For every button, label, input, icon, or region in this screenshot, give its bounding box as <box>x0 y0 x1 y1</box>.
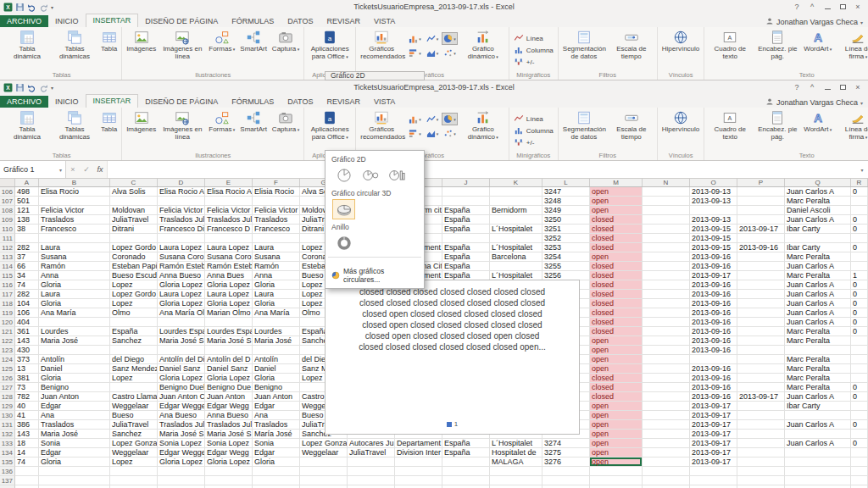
cell-B124[interactable]: Antolín <box>39 355 110 364</box>
row-header-135[interactable]: 135 <box>0 458 15 467</box>
cell-N115[interactable] <box>643 271 690 280</box>
cell-R133[interactable]: 0 <box>851 439 868 448</box>
cell-O122[interactable]: 2013-09-16 <box>690 336 737 346</box>
cell-N137[interactable] <box>643 476 690 485</box>
ribbon-button-spark-line[interactable]: Línea <box>511 33 546 43</box>
cell-E130[interactable]: Anna Bueso <box>205 411 253 420</box>
cell-E115[interactable]: Anna Bues <box>205 271 253 280</box>
cell-F113[interactable]: Susana <box>253 252 300 262</box>
column-header-E[interactable]: E <box>205 179 253 186</box>
ribbon-button-pivot-table[interactable]: Tabla dinámica <box>3 29 51 61</box>
cell-J107[interactable] <box>442 197 490 206</box>
close-icon[interactable]: × <box>851 82 865 92</box>
cell-F112[interactable]: Laura <box>253 243 300 252</box>
cell-Q109[interactable]: Juan Carlos A <box>785 215 851 225</box>
cell-D115[interactable]: Anna Bueso <box>158 271 205 280</box>
cell-B109[interactable]: Traslados <box>39 215 110 225</box>
ribbon-button-pivot-chart[interactable]: Gráfico dinámico ▾ <box>459 29 507 61</box>
cell-B134[interactable]: Edgar <box>39 448 110 458</box>
cell-B111[interactable] <box>39 234 110 243</box>
cell-A113[interactable]: 37 <box>15 252 39 262</box>
cell-F133[interactable]: Sonia <box>253 439 300 448</box>
cell-D114[interactable]: Ramón Esteb <box>158 262 205 271</box>
cell-O130[interactable]: 2013-09-17 <box>690 411 737 420</box>
cell-O127[interactable]: 2013-09-16 <box>690 383 737 392</box>
ribbon-button-spark-winloss[interactable]: +/- <box>511 137 537 147</box>
row-header-111[interactable]: 111 <box>0 234 15 243</box>
cell-P130[interactable] <box>737 411 785 420</box>
cell-Q112[interactable]: Ibar Carty <box>785 243 851 252</box>
cell-Q106[interactable]: Juan Carlos A <box>785 187 851 197</box>
ribbon-button-pivot-table[interactable]: Tabla dinámica <box>3 109 51 141</box>
cell-R116[interactable]: 0 <box>851 280 868 290</box>
cell-C135[interactable]: Lopez <box>110 458 158 467</box>
cell-R131[interactable]: 0 <box>851 420 868 430</box>
cell-E111[interactable] <box>205 234 253 243</box>
cell-B107[interactable] <box>39 197 110 206</box>
cell-O132[interactable]: 2013-09-17 <box>690 430 737 439</box>
cell-C119[interactable]: Olmo <box>110 308 158 318</box>
cell-L111[interactable]: 3252 <box>542 234 590 243</box>
cell-N133[interactable] <box>643 439 690 448</box>
ribbon-button-table[interactable]: Tabla <box>98 29 120 54</box>
cell-G136[interactable] <box>300 467 348 476</box>
cell-C130[interactable]: Bueso <box>110 411 158 420</box>
cell-Q124[interactable]: Marc Peralta <box>785 355 851 364</box>
cell-A112[interactable]: 282 <box>15 243 39 252</box>
cancel-formula-icon[interactable]: × <box>66 161 80 178</box>
cell-N136[interactable] <box>643 467 690 476</box>
formula-input[interactable] <box>107 161 856 178</box>
ribbon-button-spark-column[interactable]: Columna <box>511 125 556 136</box>
cell-B127[interactable]: Benigno <box>39 383 110 392</box>
cell-B121[interactable]: Lourdes <box>39 327 110 336</box>
cell-Q114[interactable]: Juan Carlos A <box>785 262 851 271</box>
cell-B112[interactable]: Laura <box>39 243 110 252</box>
cell-C133[interactable]: Lopez Gonzal <box>110 439 158 448</box>
cell-E135[interactable]: Gloria Lopez <box>205 458 253 467</box>
cell-M119[interactable]: closed <box>590 308 643 318</box>
cell-D125[interactable]: Daniel Sanz <box>158 364 205 374</box>
cell-P109[interactable] <box>737 215 785 225</box>
expand-formula-bar-icon[interactable]: ▾ <box>856 161 868 178</box>
cell-F137[interactable] <box>253 476 300 485</box>
cell-K106[interactable] <box>490 187 542 197</box>
ribbon-button-screenshot[interactable]: Captura ▾ <box>270 29 302 54</box>
cell-R118[interactable]: 0 <box>851 299 868 308</box>
cell-Q111[interactable] <box>785 234 851 243</box>
cell-D121[interactable]: Lourdes Espa <box>158 327 205 336</box>
cell-M130[interactable]: open <box>590 411 643 420</box>
line-chart-button[interactable]: ▾ <box>425 32 441 45</box>
cell-B117[interactable]: Laura <box>39 290 110 299</box>
ribbon-button-textbox[interactable]: ACuadro de texto <box>706 29 754 61</box>
cell-O129[interactable]: 2013-09-17 <box>690 402 737 411</box>
cell-N110[interactable] <box>643 225 690 234</box>
cell-P114[interactable] <box>737 262 785 271</box>
column-header-A[interactable]: A <box>15 179 39 186</box>
cell-E133[interactable]: Sonia Lopez <box>205 439 253 448</box>
cell-M131[interactable]: open <box>590 420 643 430</box>
ribbon-button-hyperlink[interactable]: Hipervínculo <box>659 109 702 135</box>
cell-C131[interactable]: JuliaTravel <box>110 420 158 430</box>
column-chart-button[interactable]: ▾ <box>407 32 423 45</box>
cell-P113[interactable] <box>737 252 785 262</box>
cell-A116[interactable]: 74 <box>15 280 39 290</box>
cell-L135[interactable]: 3276 <box>542 458 590 467</box>
cell-F125[interactable]: Daniel <box>253 364 300 374</box>
cell-I134[interactable]: Division Inter <box>395 448 442 458</box>
cell-H133[interactable]: Autocares Ju <box>348 439 395 448</box>
cell-P112[interactable]: 2013-09-16 <box>737 243 785 252</box>
cell-Q128[interactable]: Juan Carlos A <box>785 392 851 402</box>
tab-archivo[interactable]: ARCHIVO <box>0 96 48 108</box>
cell-A121[interactable]: 361 <box>15 327 39 336</box>
ribbon-button-textbox[interactable]: ACuadro de texto <box>706 109 754 141</box>
cell-I133[interactable]: Departament <box>395 439 442 448</box>
cell-L134[interactable]: 3275 <box>542 448 590 458</box>
cell-D107[interactable] <box>158 197 205 206</box>
ribbon-button-apps[interactable]: aAplicaciones para Office ▾ <box>306 29 353 61</box>
name-box[interactable]: Gráfico 1 ▾ <box>0 161 66 178</box>
cell-J134[interactable]: España <box>442 448 490 458</box>
cell-Q135[interactable] <box>785 458 851 467</box>
row-header-129[interactable]: 129 <box>0 402 15 411</box>
cell-O131[interactable]: 2013-09-17 <box>690 420 737 430</box>
cell-C117[interactable]: Lopez Gordo <box>110 290 158 299</box>
